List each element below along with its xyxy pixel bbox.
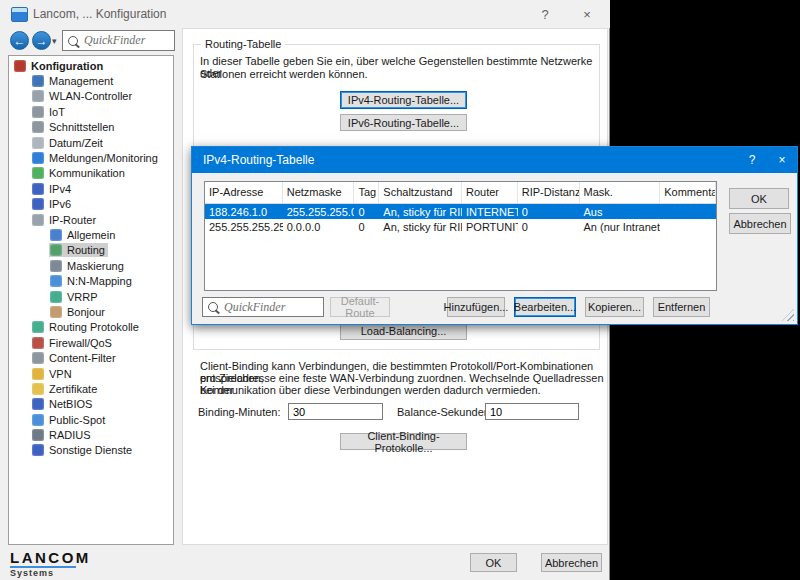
routing-table: IP-AdresseNetzmaskeTagSchaltzustandRoute… [204, 181, 717, 291]
sidebar-item-datum-zeit[interactable]: Datum/Zeit [9, 135, 173, 150]
main-ok-button[interactable]: OK [470, 553, 517, 572]
quickfinder-input[interactable] [82, 32, 169, 49]
sidebar-item-content-filter[interactable]: Content-Filter [9, 350, 173, 365]
column-header-kommentar[interactable]: Kommentar [660, 182, 716, 203]
ipv6-routing-table-button[interactable]: IPv6-Routing-Tabelle... [340, 114, 467, 131]
sidebar-item-vrrp[interactable]: VRRP [9, 289, 173, 304]
sidebar-item-label: Content-Filter [49, 352, 116, 364]
column-header-ip-adresse[interactable]: IP-Adresse [205, 182, 283, 203]
sidebar-item-public-spot[interactable]: Public-Spot [9, 412, 173, 427]
remove-button[interactable]: Entfernen [653, 297, 710, 317]
sidebar-item-label: VPN [49, 368, 72, 380]
sidebar-item-label: Kommunikation [49, 167, 125, 179]
ipv4-routing-table-button[interactable]: IPv4-Routing-Tabelle... [340, 91, 467, 109]
sidebar-item-ipv4[interactable]: IPv4 [9, 181, 173, 196]
sidebar-item-label: N:N-Mapping [67, 275, 132, 287]
dialog-ok-button[interactable]: OK [729, 188, 789, 209]
wrench-icon [14, 60, 26, 72]
sidebar-item-label: IP-Router [49, 214, 96, 226]
sidebar-item-radius[interactable]: RADIUS [9, 427, 173, 442]
dialog-cancel-button[interactable]: Abbrechen [729, 213, 791, 234]
sidebar-item-bonjour[interactable]: Bonjour [9, 304, 173, 319]
bonjour-hand-icon [50, 306, 62, 318]
nav-history-caret-icon[interactable]: ▾ [52, 36, 57, 46]
sidebar-item-routing[interactable]: Routing [9, 243, 173, 258]
column-header-rip-distanz[interactable]: RIP-Distanz [518, 182, 580, 203]
sidebar-item-label: Routing [67, 244, 105, 256]
window-titlebar[interactable]: Lancom, ... Konfiguration ? × [0, 0, 610, 28]
sidebar-item-label: Management [49, 75, 113, 87]
app-icon [11, 7, 28, 22]
ipv4-network-icon [32, 183, 44, 195]
resize-grip[interactable] [782, 309, 794, 321]
table-cell: 0 [354, 221, 379, 233]
routing-description-line2: Stationen erreicht werden können. [200, 68, 368, 80]
column-header-schaltzustand[interactable]: Schaltzustand [379, 182, 462, 203]
dialog-titlebar[interactable]: IPv4-Routing-Tabelle ? × [192, 147, 797, 173]
lancom-logo: LANCOM [10, 549, 91, 566]
dialog-quickfinder-box [202, 297, 324, 317]
balance-seconds-label: Balance-Sekunden: [397, 406, 493, 418]
table-cell: INTERNET [462, 206, 518, 218]
sidebar-item-iot[interactable]: IoT [9, 104, 173, 119]
sidebar-item-netbios[interactable]: NetBIOS [9, 397, 173, 412]
wlan-controller-icon [32, 90, 44, 102]
sidebar-item-zertifikate[interactable]: Zertifikate [9, 381, 173, 396]
content-filter-icon [32, 352, 44, 364]
services-network-icon [32, 444, 44, 456]
dialog-quickfinder-input[interactable] [222, 299, 318, 316]
sidebar-item-label: Firewall/QoS [49, 337, 112, 349]
routing-protocols-icon [32, 321, 44, 333]
sidebar-item-maskierung[interactable]: Maskierung [9, 258, 173, 273]
window-help-button[interactable]: ? [533, 6, 557, 24]
nav-back-button[interactable]: ← [10, 31, 29, 50]
sidebar-item-label: Zertifikate [49, 383, 97, 395]
sidebar-item-management[interactable]: Management [9, 73, 173, 88]
sidebar-item-ip-router[interactable]: IP-Router [9, 212, 173, 227]
table-row[interactable]: 188.246.1.0255.255.255.00An, sticky für … [205, 204, 716, 219]
sidebar-item-label: Schnittstellen [49, 121, 114, 133]
table-cell: PORTUNITY [462, 221, 518, 233]
client-binding-protocols-button[interactable]: Client-Binding-Protokolle... [340, 433, 467, 450]
client-binding-line3: Kommunikation über diese Verbindungen we… [200, 384, 541, 396]
sidebar-item-ipv6[interactable]: IPv6 [9, 197, 173, 212]
sidebar-item-n-n-mapping[interactable]: N:N-Mapping [9, 273, 173, 288]
info-icon [32, 152, 44, 164]
table-row[interactable]: 255.255.255.2550.0.0.00An, sticky für RI… [205, 219, 716, 234]
sidebar-item-kommunikation[interactable]: Kommunikation [9, 166, 173, 181]
balance-seconds-field[interactable] [485, 403, 579, 420]
add-button[interactable]: Hinzufügen... [447, 297, 505, 317]
sidebar-item-meldungen-monitoring[interactable]: Meldungen/Monitoring [9, 150, 173, 165]
sidebar-item-allgemein[interactable]: Allgemein [9, 227, 173, 242]
sidebar-item-vpn[interactable]: VPN [9, 366, 173, 381]
certificate-icon [32, 383, 44, 395]
nav-forward-button[interactable]: → [32, 31, 51, 50]
default-route-button[interactable]: Default-Route [330, 297, 390, 317]
edit-button[interactable]: Bearbeiten... [514, 297, 576, 317]
copy-button[interactable]: Kopieren... [585, 297, 644, 317]
ipv6-network-icon [32, 198, 44, 210]
masking-icon [50, 260, 62, 272]
sidebar-item-routing-protokolle[interactable]: Routing Protokolle [9, 320, 173, 335]
dialog-help-button[interactable]: ? [737, 147, 767, 173]
lancom-logo-systems: Systems [10, 568, 54, 578]
column-header-tag[interactable]: Tag [354, 182, 379, 203]
sidebar-item-firewall-qos[interactable]: Firewall/QoS [9, 335, 173, 350]
sidebar-item-label: Konfiguration [31, 60, 103, 72]
dialog-close-button[interactable]: × [767, 147, 797, 173]
table-cell: 188.246.1.0 [205, 206, 283, 218]
vpn-lock-icon [32, 368, 44, 380]
sidebar-item-konfiguration[interactable]: Konfiguration [9, 58, 173, 73]
window-close-button[interactable]: × [575, 6, 599, 24]
column-header-router[interactable]: Router [462, 182, 518, 203]
sidebar-item-wlan-controller[interactable]: WLAN-Controller [9, 89, 173, 104]
firewall-icon [32, 337, 44, 349]
main-cancel-button[interactable]: Abbrechen [541, 553, 602, 572]
binding-minutes-field[interactable] [288, 403, 383, 420]
radius-server-icon [32, 429, 44, 441]
sidebar-item-sonstige-dienste[interactable]: Sonstige Dienste [9, 443, 173, 458]
column-header-mask-[interactable]: Mask. [580, 182, 661, 203]
column-header-netzmaske[interactable]: Netzmaske [283, 182, 355, 203]
table-cell: An, sticky für RIP [379, 221, 462, 233]
sidebar-item-schnittstellen[interactable]: Schnittstellen [9, 120, 173, 135]
